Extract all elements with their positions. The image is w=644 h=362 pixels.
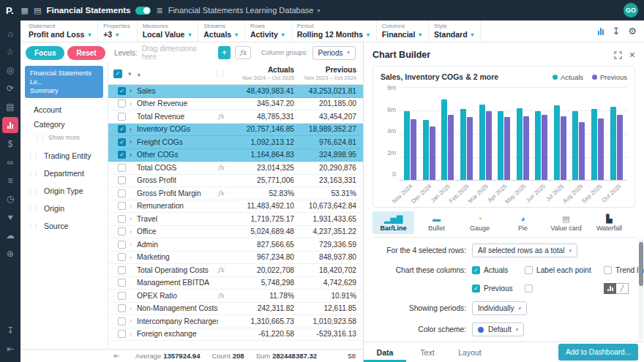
scrollbar-thumb[interactable] [639,242,643,286]
heart-icon[interactable]: ♥ [1,208,19,226]
collapse-rail-icon[interactable]: ⇤ [1,339,19,358]
cloud-icon[interactable]: ☁ [1,226,19,244]
add-to-dashboard-button[interactable]: Add to Dashboard... [558,344,638,361]
bar-group[interactable] [607,87,626,180]
currency-icon[interactable]: $ [1,135,19,153]
menu-icon[interactable]: ≡ [1,171,19,189]
selected-rows-select[interactable]: All selected rows as a total ▾ [472,244,577,257]
dimension-origin[interactable]: ⋮⋮Origin [20,200,108,217]
row-expand-icon[interactable]: › [126,254,135,261]
download-tray-icon[interactable]: ↧ [1,321,19,339]
row-checkbox[interactable] [118,266,126,274]
collapse-sidebar-icon[interactable]: ⇤ [20,352,121,360]
toolbar-control-rows[interactable]: RowsActivity▾ [245,20,292,42]
toolbar-control-measures[interactable]: MeasuresLocal Value▾ [138,20,199,42]
bar[interactable] [542,115,547,180]
bar[interactable] [448,115,454,180]
bar[interactable] [411,119,416,180]
sync-icon[interactable]: ⟳ [1,79,19,97]
user-add-icon[interactable]: ⊕ [1,244,19,263]
table-row[interactable]: ›Remuneration11,483,492.1010,673,642.84 [108,200,363,214]
bar[interactable] [460,109,466,180]
bar[interactable] [572,111,578,180]
row-checkbox[interactable]: ✓ [118,125,126,133]
checkbox-actuals[interactable]: ✓Actuals [472,266,525,274]
row-checkbox[interactable] [118,215,126,223]
bar[interactable] [498,111,503,180]
bar[interactable] [554,105,560,180]
row-checkbox[interactable] [118,292,126,300]
database-selector[interactable]: Financial Statements Learning Database ▾ [168,6,321,15]
expand-icon[interactable] [614,51,622,59]
dimension-department[interactable]: ⋮⋮Department [20,165,108,182]
row-checkbox[interactable] [118,279,126,287]
close-icon[interactable]: × [629,50,635,60]
chart-type-bar-line[interactable]: ▂▅▇Bar/Line [372,211,414,234]
bar[interactable] [598,118,604,180]
row-expand-icon[interactable]: › [126,305,135,312]
bar[interactable] [479,105,485,180]
chart-view-icon[interactable] [598,28,604,35]
color-scheme-select[interactable]: Default ▾ [472,323,524,336]
dimension-origin-type[interactable]: ⋮⋮Origin Type [20,182,108,200]
list-icon[interactable]: ▤ [1,97,19,116]
row-checkbox[interactable]: ✓ [118,138,126,146]
toolbar-control-style[interactable]: StyleStandard▾ [429,20,481,42]
bar-group[interactable] [401,87,420,180]
toolbar-control-statement[interactable]: StatementProfit and Loss▾ [23,20,98,42]
row-checkbox[interactable] [118,202,126,210]
show-more-link[interactable]: ⋮⋮ Show more [20,132,108,147]
row-checkbox[interactable] [118,189,126,197]
scrollbar[interactable] [639,239,643,340]
bar-group[interactable] [532,87,551,180]
row-expand-icon[interactable]: › [126,317,135,325]
checkbox-previous[interactable]: ✓Previous [472,284,525,293]
bar-group[interactable] [495,87,514,180]
column-drag-icon[interactable]: ⋮⋮ [214,70,225,78]
dimension-source[interactable]: ⋮⋮Source [20,217,108,235]
summary-box[interactable]: Financial Statements Le... Summary [25,66,103,98]
row-expand-icon[interactable]: › [126,241,135,248]
bar-group[interactable] [420,87,439,180]
table-row[interactable]: OPEX Ratioƒx11.78%10.91% [108,290,363,303]
collapse-all-icon[interactable]: ▴ [138,70,141,78]
checkbox-label-each-point[interactable]: Label each point [525,266,604,274]
table-row[interactable]: Total COGSƒx23,014,32520,290,876 [108,162,363,175]
row-checkbox[interactable] [118,304,126,312]
sidebar-item-account[interactable]: Account [20,102,108,117]
table-row[interactable]: Total Revenueƒx48,785,33143,454,207 [108,110,363,124]
link-icon[interactable]: ∞ [1,153,19,171]
row-checkbox[interactable] [118,176,126,184]
bar[interactable] [523,116,529,180]
row-expand-icon[interactable]: › [126,87,135,94]
summary-toggle[interactable] [135,7,151,15]
row-expand-icon[interactable]: › [126,203,135,210]
select-all-checkbox[interactable]: ✓ [113,69,122,78]
levels-dropzone[interactable]: Drag dimensions here [142,45,209,61]
row-checkbox[interactable] [118,164,126,172]
tab-layout[interactable]: Layout [449,342,491,362]
bar[interactable] [423,120,429,180]
table-row[interactable]: ✓›Sales48,439,983.4143,253,021.81 [108,85,363,98]
row-expand-icon[interactable]: › [126,126,135,133]
bar[interactable] [579,122,585,180]
bar[interactable] [561,116,566,180]
table-row[interactable]: Gross Profit Marginƒx52.83%53.31% [108,187,363,200]
table-row[interactable]: ›Foreign exchange-61,220.58-529,316.13 [108,328,363,342]
bar[interactable] [535,111,541,180]
line-style-icon[interactable]: ╱ [616,283,629,294]
apps-icon[interactable]: ▦ [21,6,29,15]
dimension-trading-entity[interactable]: ⋮⋮Trading Entity [20,147,108,165]
toolbar-control-streams[interactable]: StreamsActuals▾ [198,20,245,42]
chart-type-gauge[interactable]: ◔Gauge [459,211,501,234]
table-row[interactable]: ✓›Freight COGs1,092,313.12976,624.81 [108,136,363,149]
home-icon[interactable]: ⌂ [1,24,19,42]
chart-type-value-card[interactable]: ▤Value card [545,211,587,234]
table-row[interactable]: ›Intercompany Recharges1,310,665.731,010… [108,315,363,328]
checkbox-trend-line[interactable]: Trend line [604,266,644,274]
tab-text[interactable]: Text [406,342,449,362]
row-checkbox[interactable]: ✓ [118,151,126,159]
table-row[interactable]: Management EBITDA5,748,2984,742,629 [108,277,363,290]
toolbar-control-properties[interactable]: Properties+3▾ [98,20,137,42]
bar[interactable] [504,117,510,180]
